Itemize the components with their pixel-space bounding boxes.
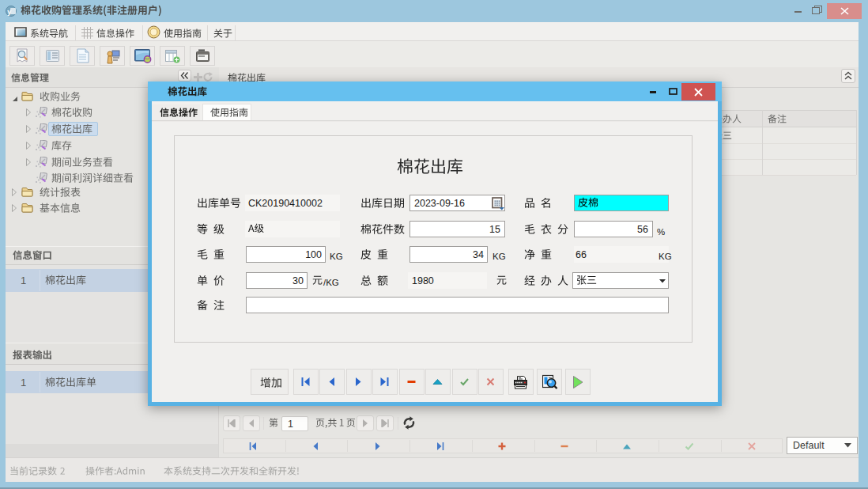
svg-text:y: y bbox=[7, 8, 11, 16]
